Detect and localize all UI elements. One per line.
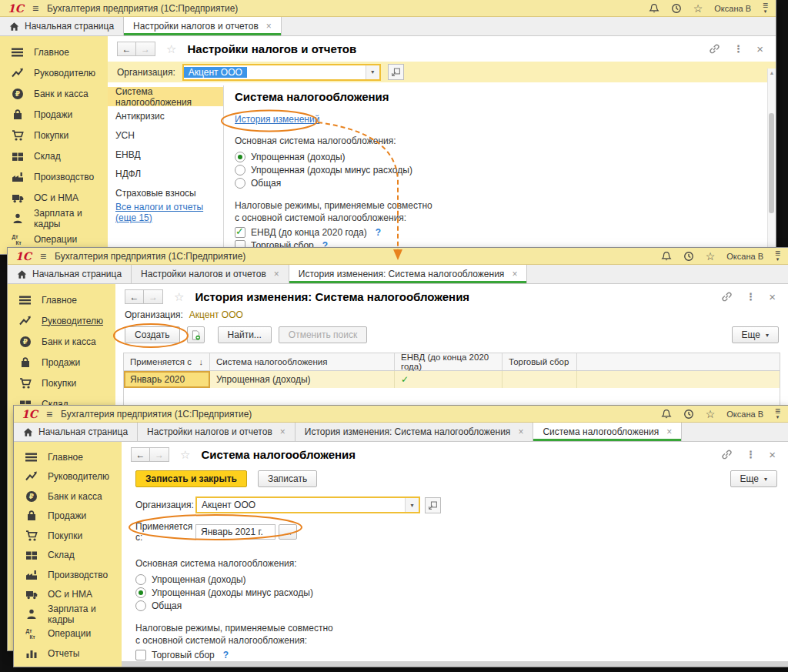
sidebar-item-sales[interactable]: Продажи	[14, 507, 122, 527]
sidebar-item-sales[interactable]: Продажи	[0, 104, 108, 125]
history-changes-link[interactable]: История изменений	[235, 114, 319, 125]
table-row[interactable]: Январь 2020 Упрощенная (доходы) ✓	[124, 371, 780, 388]
close-icon[interactable]: ×	[274, 269, 279, 279]
bell-icon[interactable]	[649, 3, 659, 14]
sidebar-item-manager[interactable]: Руководителю	[0, 62, 108, 83]
checkbox-trade-fee[interactable]: Торговый сбор?	[135, 648, 788, 661]
main-menu-icon[interactable]: ≡▾	[775, 251, 780, 262]
sidebar-item-bank-cash[interactable]: Банк и касса	[0, 83, 108, 104]
column-applies-from[interactable]: Применяется с↓	[124, 353, 210, 370]
hamburger-icon[interactable]: ≡	[46, 408, 52, 420]
column-envd[interactable]: ЕНВД (до конца 2020 года)	[395, 353, 503, 370]
sidebar-item-warehouse[interactable]: Склад	[0, 145, 108, 166]
history-icon[interactable]	[683, 251, 694, 262]
favorite-star-icon[interactable]: ☆	[180, 448, 190, 462]
sidebar-item-main[interactable]: Главное	[8, 289, 115, 310]
open-organization-button[interactable]	[425, 497, 441, 513]
close-icon[interactable]: ×	[769, 448, 776, 461]
sidebar-item-partial[interactable]	[14, 664, 122, 667]
cell-applies-from[interactable]: Январь 2020	[124, 371, 210, 388]
organization-input[interactable]: Акцент ООО ▾	[182, 64, 381, 81]
organization-input[interactable]: Акцент ООО ▾	[195, 496, 420, 513]
link-icon[interactable]	[709, 43, 720, 55]
radio-usn-income[interactable]: Упрощенная (доходы)	[235, 150, 776, 163]
find-button[interactable]: Найти...	[218, 326, 272, 343]
sidebar-item-payroll[interactable]: Зарплата и кадры	[0, 208, 108, 229]
sidebar-item-reports[interactable]: Отчеты	[14, 644, 122, 664]
sidebar-item-bank-cash[interactable]: Банк и касса	[8, 331, 115, 352]
radio-general[interactable]: Общая	[235, 176, 776, 189]
sidebar-item-purchases[interactable]: Покупки	[14, 526, 122, 546]
sidebar-item-manager[interactable]: Руководителю	[8, 310, 115, 331]
nav-item-anticrisis[interactable]: Антикризис	[108, 106, 223, 125]
tab-home[interactable]: Начальная страница	[14, 423, 138, 441]
favorites-star-icon[interactable]: ☆	[693, 2, 703, 15]
back-icon[interactable]: ←	[131, 447, 150, 462]
close-icon[interactable]: ×	[512, 269, 517, 279]
sidebar-item-manager[interactable]: Руководителю	[14, 467, 122, 487]
bell-icon[interactable]	[661, 409, 672, 420]
sidebar-item-production[interactable]: Производство	[14, 565, 122, 585]
link-icon[interactable]	[721, 449, 733, 460]
sidebar-item-payroll[interactable]: Зарплата и кадры	[14, 604, 122, 624]
sidebar-item-main[interactable]: Главное	[14, 447, 122, 467]
scrollbar-thumb[interactable]	[769, 113, 774, 213]
create-by-copy-button[interactable]	[187, 326, 205, 343]
sidebar-item-purchases[interactable]: Покупки	[8, 373, 115, 393]
tab-tax-settings[interactable]: Настройки налогов и отчетов ×	[138, 423, 296, 441]
sidebar-item-purchases[interactable]: Покупки	[0, 125, 108, 145]
hamburger-icon[interactable]: ≡	[40, 250, 46, 262]
nav-item-tax-system[interactable]: Система налогообложения	[108, 87, 223, 106]
sidebar-item-fixed-assets[interactable]: ОС и НМА	[14, 585, 122, 605]
radio-general[interactable]: Общая	[135, 599, 788, 612]
nav-item-insurance[interactable]: Страховые взносы	[108, 183, 223, 202]
applies-from-input[interactable]: Январь 2021 г.	[195, 524, 275, 540]
close-icon[interactable]: ×	[666, 426, 672, 437]
hamburger-icon[interactable]: ≡	[32, 2, 38, 15]
column-trade-fee[interactable]: Торговый сбор	[503, 353, 577, 370]
sidebar-item-production[interactable]: Производство	[0, 166, 108, 187]
checkbox-envd[interactable]: ЕНВД (до конца 2020 года)?	[235, 226, 776, 239]
close-icon[interactable]: ×	[518, 426, 523, 437]
tab-home[interactable]: Начальная страница	[8, 265, 132, 283]
more-dots-icon[interactable]: ⋮	[746, 291, 756, 303]
radio-usn-income-expense[interactable]: Упрощенная (доходы минус расходы)	[235, 163, 776, 176]
favorites-star-icon[interactable]: ☆	[706, 250, 716, 262]
close-icon[interactable]: ×	[280, 426, 285, 437]
more-dots-icon[interactable]: ⋮	[746, 449, 756, 460]
back-icon[interactable]: ←	[125, 289, 144, 304]
sidebar-item-sales[interactable]: Продажи	[8, 352, 115, 373]
dropdown-icon[interactable]: ▾	[405, 498, 419, 512]
help-icon[interactable]: ?	[376, 227, 381, 238]
back-icon[interactable]: ←	[117, 42, 136, 56]
radio-usn-income[interactable]: Упрощенная (доходы)	[135, 573, 788, 586]
more-dots-icon[interactable]: ⋮	[733, 43, 743, 55]
sidebar-item-main[interactable]: Главное	[0, 42, 108, 62]
help-icon[interactable]: ?	[223, 650, 229, 660]
column-tax-system[interactable]: Система налогообложения	[210, 353, 395, 370]
cancel-search-button[interactable]: Отменить поиск	[279, 326, 367, 343]
close-icon[interactable]: ×	[266, 21, 272, 32]
cell-envd-check[interactable]: ✓	[395, 371, 503, 388]
cell-tax-system[interactable]: Упрощенная (доходы)	[210, 371, 395, 388]
scroll-up-icon[interactable]: ▲	[768, 69, 776, 75]
save-button[interactable]: Записать	[258, 470, 317, 487]
tab-tax-system[interactable]: Система налогообложения ×	[533, 423, 682, 441]
sidebar-item-operations[interactable]: Операции	[0, 229, 108, 249]
forward-icon[interactable]: →	[136, 42, 155, 56]
close-icon[interactable]: ×	[756, 42, 763, 55]
link-icon[interactable]	[721, 291, 733, 303]
user-name[interactable]: Оксана В	[726, 252, 763, 261]
favorite-star-icon[interactable]: ☆	[166, 42, 176, 56]
forward-icon[interactable]: →	[144, 289, 163, 304]
favorite-star-icon[interactable]: ☆	[174, 290, 184, 304]
sidebar-item-bank-cash[interactable]: Банк и касса	[14, 486, 122, 507]
history-icon[interactable]	[683, 409, 694, 420]
more-button[interactable]: Еще▾	[730, 470, 777, 487]
user-name[interactable]: Оксана В	[726, 410, 763, 419]
open-organization-button[interactable]	[388, 64, 404, 80]
tab-change-history[interactable]: История изменения: Система налогообложен…	[289, 265, 528, 283]
user-name[interactable]: Оксана В	[714, 4, 751, 13]
history-icon[interactable]	[671, 3, 682, 14]
radio-usn-income-expense[interactable]: Упрощенная (доходы минус расходы)	[135, 586, 788, 599]
